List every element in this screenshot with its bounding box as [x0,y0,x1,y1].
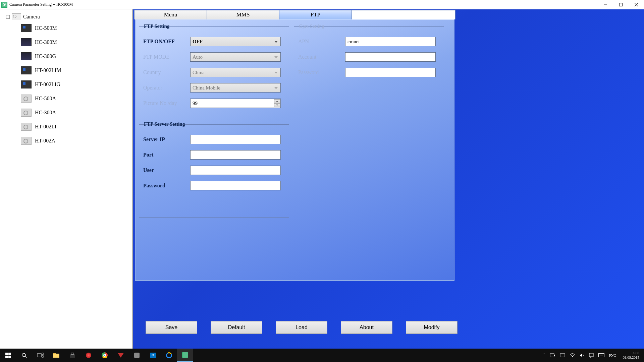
chrome-icon [102,352,108,358]
spinner-buttons[interactable]: ▲▼ [274,99,280,107]
user-input[interactable] [190,166,281,175]
task-view-button[interactable] [32,349,48,362]
taskbar-outlook[interactable]: O [145,349,161,362]
tree-item-label: HC-300M [35,39,57,45]
tree-item-label: HT-002A [35,138,55,144]
taskbar-store[interactable] [64,349,80,362]
spinner-up-icon[interactable]: ▲ [274,99,280,103]
start-button[interactable] [0,349,16,362]
tree-root[interactable]: − Camera [0,13,132,21]
tree-collapse-icon[interactable]: − [6,15,10,19]
maximize-button[interactable] [613,0,629,9]
red-v-icon [118,353,124,358]
current-app-icon [182,352,188,358]
tree-item-label: HC-300A [35,110,56,116]
about-button[interactable]: About [341,321,392,334]
tab-ftp[interactable]: FTP [279,10,352,19]
svg-rect-6 [37,354,41,357]
apn-label: APN [298,39,345,45]
tree-item-label: HT-002LIG [35,81,60,87]
taskbar-chrome[interactable] [97,349,113,362]
taskbar-current-app[interactable] [177,349,193,362]
ftp-mode-label: FTP MODE [143,54,190,60]
svg-rect-13 [550,354,554,357]
main-panel: Menu MMS FTP FTP Setting FTP ON/OFF OFF [133,9,644,349]
folder-icon [53,353,60,358]
app-icon: ⦿ [1,2,7,8]
country-select: China [190,68,281,77]
tree-item-hc-500a[interactable]: HC-500A [21,95,132,103]
tree-item-label: HC-300G [35,53,56,59]
picno-spinner[interactable]: 99 ▲▼ [190,99,281,108]
notifications-icon[interactable] [589,353,594,358]
minimize-icon [603,3,607,7]
port-input[interactable] [190,150,281,160]
tree-root-label: Camera [23,14,40,20]
tray-chevron-up-icon[interactable]: ˄ [543,353,545,358]
device-icon [21,123,32,131]
group-ftp-server-setting: FTP Server Setting Server IP Port User [139,124,289,218]
server-password-label: Password [143,183,190,189]
taskbar-app-3[interactable] [129,349,145,362]
tree-item-hc-500m[interactable]: HC-500M [21,24,132,32]
apn-input[interactable]: cmnet [345,37,436,46]
picno-label: Picture No./day [143,100,190,106]
group-legend: FTP Server Setting [143,121,186,127]
keyboard-tray-icon[interactable] [560,353,565,358]
device-icon [21,80,32,88]
close-button[interactable] [629,0,644,9]
task-view-icon [37,353,44,358]
tree-item-hc-300g[interactable]: HC-300G [21,52,132,60]
tree-item-label: HC-500A [35,96,56,102]
tree-item-ht-002lig[interactable]: HT-002LIG [21,80,132,88]
tree-item-ht-002a[interactable]: HT-002A [21,137,132,145]
svg-marker-17 [580,353,582,357]
search-button[interactable] [16,349,32,362]
minimize-button[interactable] [598,0,613,9]
ie-icon [165,351,173,359]
tab-menu[interactable]: Menu [135,10,207,19]
device-icon [21,95,32,103]
store-icon [69,352,75,358]
volume-icon[interactable] [580,353,584,358]
account-input[interactable] [345,52,436,62]
svg-rect-7 [42,353,43,355]
action-button-bar: Save Default Load About Modify [140,321,637,335]
spinner-down-icon[interactable]: ▼ [274,103,280,107]
server-password-input[interactable] [190,181,281,190]
outlook-icon: O [150,353,156,358]
taskbar-file-explorer[interactable] [48,349,64,362]
tree-item-hc-300m[interactable]: HC-300M [21,38,132,46]
camera-root-icon [12,13,21,20]
taskbar-app-1[interactable] [80,349,97,362]
default-button[interactable]: Default [211,321,262,334]
wifi-icon[interactable] [570,353,575,358]
group-legend: Gprs Setting [298,23,325,29]
country-label: Country [143,69,190,75]
ftp-onoff-select[interactable]: OFF [190,37,281,46]
taskbar-app-2[interactable] [113,349,129,362]
tree-item-ht-002li[interactable]: HT-002LI [21,123,132,131]
taskbar-date: 09.09.2015 [623,355,640,360]
server-ip-input[interactable] [190,135,281,144]
svg-rect-18 [589,353,593,357]
save-button[interactable]: Save [146,321,197,334]
gprs-password-input[interactable] [345,68,436,77]
load-button[interactable]: Load [276,321,327,334]
taskbar-clock[interactable]: 4:00 09.09.2015 [621,351,642,360]
svg-point-16 [572,356,573,357]
battery-icon[interactable] [550,353,555,358]
svg-rect-10 [53,353,56,354]
taskbar-ie[interactable] [161,349,177,362]
tab-mms[interactable]: MMS [207,10,279,19]
windows-logo-icon [5,353,11,358]
modify-button[interactable]: Modify [406,321,458,334]
tree-item-ht-002lim[interactable]: HT-002LIM [21,66,132,74]
maximize-icon [619,3,623,7]
tab-content-ftp: FTP Setting FTP ON/OFF OFF FTP MODE Auto… [135,19,454,281]
svg-rect-15 [560,354,565,357]
window-title: Camera Parameter Setting -- HC-300M [9,2,73,7]
keyboard-icon[interactable] [598,353,604,357]
tree-item-hc-300a[interactable]: HC-300A [21,109,132,117]
language-indicator[interactable]: РУС [609,353,616,357]
